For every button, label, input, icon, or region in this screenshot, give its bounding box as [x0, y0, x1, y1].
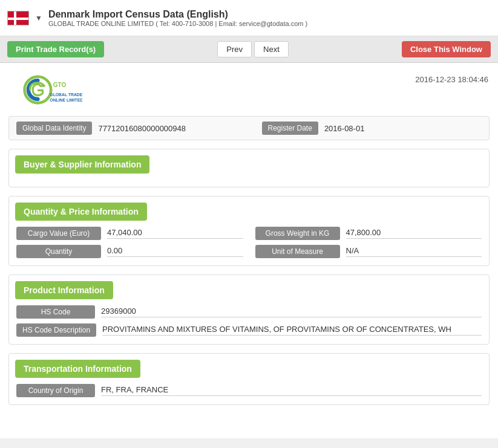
svg-text:GLOBAL TRADE: GLOBAL TRADE [50, 93, 82, 97]
country-of-origin-label: Country of Origin [16, 384, 95, 397]
country-of-origin-value: FR, FRA, FRANCE [101, 385, 482, 396]
record-header: GTO GLOBAL TRADE ONLINE LIMITED 2016-12-… [8, 71, 490, 109]
main-content: GTO GLOBAL TRADE ONLINE LIMITED 2016-12-… [0, 63, 498, 438]
svg-text:GTO: GTO [53, 82, 67, 88]
flag-icon [7, 11, 29, 25]
buyer-supplier-title: Buyer & Supplier Information [15, 155, 149, 174]
quantity-price-row-2: Quantity 0.00 Unit of Measure N/A [16, 245, 482, 258]
register-date-value: 2016-08-01 [324, 124, 482, 133]
buyer-supplier-body [9, 174, 489, 187]
quantity-pair: Quantity 0.00 [16, 245, 243, 258]
timestamp: 2016-12-23 18:04:46 [415, 75, 488, 84]
gross-weight-value: 47,800.00 [346, 228, 482, 239]
transportation-title: Transportation Information [15, 360, 140, 378]
country-of-origin-row: Country of Origin FR, FRA, FRANCE [16, 384, 482, 397]
dropdown-arrow-icon[interactable]: ▼ [35, 14, 42, 22]
quantity-price-row-1: Cargo Value (Euro) 47,040.00 Gross Weigh… [16, 227, 482, 240]
quantity-value: 0.00 [107, 246, 243, 257]
quantity-price-section: Quantity & Price Information Cargo Value… [8, 196, 490, 266]
identity-value: 77712016080000000948 [98, 124, 255, 133]
page-subtitle: GLOBAL TRADE ONLINE LIMITED ( Tel: 400-7… [48, 20, 491, 27]
next-button[interactable]: Next [254, 41, 289, 57]
cargo-value-pair: Cargo Value (Euro) 47,040.00 [16, 227, 243, 240]
hs-description-value: PROVITAMINS AND MIXTURES OF VITAMINS, OF… [102, 325, 482, 336]
hs-code-label: HS Code [16, 305, 95, 319]
identity-label: Global Data Identity [16, 122, 92, 135]
top-bar: ▼ Denmark Import Census Data (English) G… [0, 0, 498, 36]
quantity-label: Quantity [16, 245, 101, 258]
unit-of-measure-value: N/A [346, 246, 482, 257]
nav-buttons: Prev Next [217, 41, 288, 57]
hs-description-row: HS Code Description PROVITAMINS AND MIXT… [16, 323, 482, 337]
quantity-price-title: Quantity & Price Information [15, 203, 147, 221]
buyer-supplier-section: Buyer & Supplier Information [8, 149, 490, 187]
cargo-value: 47,040.00 [107, 228, 243, 239]
hs-description-label: HS Code Description [16, 323, 96, 337]
svg-text:ONLINE LIMITED: ONLINE LIMITED [50, 98, 82, 102]
register-date-label: Register Date [262, 122, 318, 135]
print-button[interactable]: Print Trade Record(s) [7, 41, 104, 57]
hs-code-row: HS Code 29369000 [16, 305, 482, 319]
gross-weight-label: Gross Weight in KG [255, 227, 340, 240]
product-title: Product Information [15, 281, 113, 299]
quantity-price-body: Cargo Value (Euro) 47,040.00 Gross Weigh… [9, 221, 489, 265]
toolbar: Print Trade Record(s) Prev Next Close Th… [0, 36, 498, 63]
cargo-value-label: Cargo Value (Euro) [16, 227, 101, 240]
unit-of-measure-pair: Unit of Measure N/A [255, 245, 482, 258]
company-logo: GTO GLOBAL TRADE ONLINE LIMITED [10, 75, 82, 105]
page-title: Denmark Import Census Data (English) [48, 9, 491, 20]
transportation-body: Country of Origin FR, FRA, FRANCE [9, 378, 489, 404]
prev-button[interactable]: Prev [217, 41, 252, 57]
unit-of-measure-label: Unit of Measure [255, 245, 340, 258]
gross-weight-pair: Gross Weight in KG 47,800.00 [255, 227, 482, 240]
close-button[interactable]: Close This Window [402, 41, 491, 57]
identity-row: Global Data Identity 7771201608000000094… [8, 116, 490, 140]
transportation-section: Transportation Information Country of Or… [8, 353, 490, 405]
product-section: Product Information HS Code 29369000 HS … [8, 274, 490, 345]
header-text: Denmark Import Census Data (English) GLO… [48, 9, 491, 27]
product-body: HS Code 29369000 HS Code Description PRO… [9, 299, 489, 344]
hs-code-value: 29369000 [101, 307, 482, 317]
logo-area: GTO GLOBAL TRADE ONLINE LIMITED [10, 75, 82, 105]
